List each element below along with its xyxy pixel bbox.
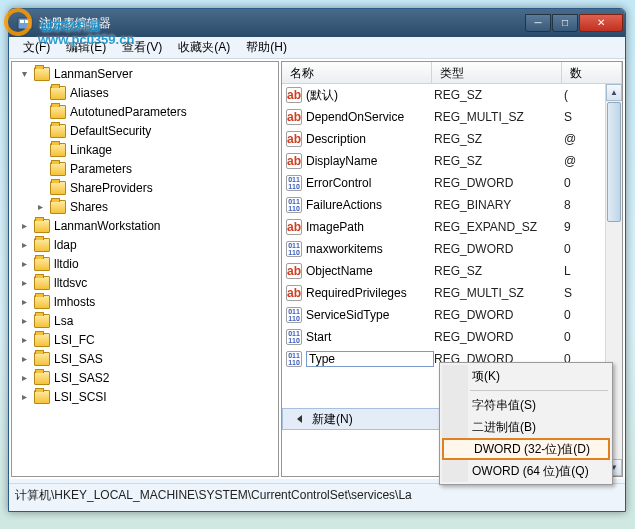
expand-icon[interactable]: ▾ bbox=[18, 68, 30, 79]
list-item[interactable]: 011110maxworkitemsREG_DWORD0 bbox=[282, 238, 622, 260]
folder-icon bbox=[34, 67, 50, 81]
value-name: DisplayName bbox=[306, 154, 434, 168]
tree-label: Shares bbox=[70, 200, 108, 214]
header-type[interactable]: 类型 bbox=[432, 62, 562, 83]
expand-icon[interactable]: ▸ bbox=[18, 277, 30, 288]
list-item[interactable]: ObjectNameREG_SZL bbox=[282, 260, 622, 282]
expand-icon[interactable]: ▸ bbox=[18, 391, 30, 402]
watermark-brand: 创东软料园 bbox=[40, 19, 100, 33]
list-item[interactable]: DisplayNameREG_SZ@ bbox=[282, 150, 622, 172]
value-type: REG_EXPAND_SZ bbox=[434, 220, 564, 234]
tree-node[interactable]: ▸LSI_SAS2 bbox=[12, 368, 278, 387]
value-name: ServiceSidType bbox=[306, 308, 434, 322]
submenu-dword[interactable]: DWORD (32-位)值(D) bbox=[442, 438, 610, 460]
watermark-logo-icon bbox=[4, 8, 32, 36]
tree-node[interactable]: Parameters bbox=[12, 159, 278, 178]
expand-icon[interactable]: ▸ bbox=[18, 334, 30, 345]
scroll-up-button[interactable]: ▲ bbox=[606, 84, 622, 101]
close-button[interactable]: ✕ bbox=[579, 14, 623, 32]
value-name: ImagePath bbox=[306, 220, 434, 234]
folder-icon bbox=[50, 124, 66, 138]
string-value-icon bbox=[286, 263, 302, 279]
tree-label: LSI_SAS2 bbox=[54, 371, 109, 385]
folder-icon bbox=[34, 238, 50, 252]
binary-value-icon: 011110 bbox=[286, 197, 302, 213]
scroll-thumb[interactable] bbox=[607, 102, 621, 222]
list-item[interactable]: 011110ErrorControlREG_DWORD0 bbox=[282, 172, 622, 194]
submenu-left-arrow-icon bbox=[297, 415, 302, 423]
list-item[interactable]: RequiredPrivilegesREG_MULTI_SZS bbox=[282, 282, 622, 304]
expand-icon[interactable]: ▸ bbox=[18, 258, 30, 269]
value-type: REG_MULTI_SZ bbox=[434, 286, 564, 300]
string-value-icon bbox=[286, 87, 302, 103]
folder-icon bbox=[50, 162, 66, 176]
expand-icon[interactable]: ▸ bbox=[34, 201, 46, 212]
tree-node[interactable]: ▸LSI_SAS bbox=[12, 349, 278, 368]
tree-node[interactable]: ▸LanmanWorkstation bbox=[12, 216, 278, 235]
value-type: REG_DWORD bbox=[434, 330, 564, 344]
expand-icon[interactable]: ▸ bbox=[18, 296, 30, 307]
list-item[interactable]: DescriptionREG_SZ@ bbox=[282, 128, 622, 150]
expand-icon[interactable]: ▸ bbox=[18, 239, 30, 250]
value-name: ObjectName bbox=[306, 264, 434, 278]
folder-icon bbox=[34, 390, 50, 404]
submenu-binary[interactable]: 二进制值(B) bbox=[442, 416, 610, 438]
tree-node[interactable]: ▸Lsa bbox=[12, 311, 278, 330]
list-item[interactable]: DependOnServiceREG_MULTI_SZS bbox=[282, 106, 622, 128]
tree-label: LSI_SAS bbox=[54, 352, 103, 366]
header-name[interactable]: 名称 bbox=[282, 62, 432, 83]
minimize-button[interactable]: ─ bbox=[525, 14, 551, 32]
tree-node[interactable]: Aliases bbox=[12, 83, 278, 102]
tree-node[interactable]: ▸LSI_FC bbox=[12, 330, 278, 349]
submenu-key[interactable]: 项(K) bbox=[442, 365, 610, 387]
tree-node[interactable]: ▾LanmanServer bbox=[12, 64, 278, 83]
status-bar: 计算机\HKEY_LOCAL_MACHINE\SYSTEM\CurrentCon… bbox=[9, 483, 625, 507]
menu-favorites[interactable]: 收藏夹(A) bbox=[170, 37, 238, 58]
binary-value-icon: 011110 bbox=[286, 175, 302, 191]
tree-node[interactable]: DefaultSecurity bbox=[12, 121, 278, 140]
tree-label: ldap bbox=[54, 238, 77, 252]
status-path: 计算机\HKEY_LOCAL_MACHINE\SYSTEM\CurrentCon… bbox=[15, 487, 412, 504]
tree-node[interactable]: ▸lltdio bbox=[12, 254, 278, 273]
value-name: FailureActions bbox=[306, 198, 434, 212]
tree-label: Linkage bbox=[70, 143, 112, 157]
list-item[interactable]: 011110ServiceSidTypeREG_DWORD0 bbox=[282, 304, 622, 326]
value-name: ErrorControl bbox=[306, 176, 434, 190]
tree-node[interactable]: ▸LSI_SCSI bbox=[12, 387, 278, 406]
string-value-icon bbox=[286, 153, 302, 169]
expand-icon[interactable]: ▸ bbox=[18, 353, 30, 364]
registry-tree[interactable]: ▾LanmanServerAliasesAutotunedParametersD… bbox=[11, 61, 279, 477]
expand-icon[interactable]: ▸ bbox=[18, 372, 30, 383]
new-submenu: 项(K) 字符串值(S) 二进制值(B) DWORD (32-位)值(D) OW… bbox=[439, 362, 613, 485]
tree-node[interactable]: Linkage bbox=[12, 140, 278, 159]
watermark-overlay: 创东软料园 www.pc0359.cn bbox=[4, 2, 134, 47]
submenu-qword[interactable]: OWORD (64 位)值(Q) bbox=[442, 460, 610, 482]
expand-icon[interactable]: ▸ bbox=[18, 315, 30, 326]
value-type: REG_SZ bbox=[434, 132, 564, 146]
menu-help[interactable]: 帮助(H) bbox=[238, 37, 295, 58]
tree-label: LanmanWorkstation bbox=[54, 219, 161, 233]
header-data[interactable]: 数 bbox=[562, 62, 622, 83]
list-item[interactable]: 011110StartREG_DWORD0 bbox=[282, 326, 622, 348]
expand-icon[interactable]: ▸ bbox=[18, 220, 30, 231]
string-value-icon bbox=[286, 131, 302, 147]
tree-node[interactable]: ▸Shares bbox=[12, 197, 278, 216]
tree-label: LSI_FC bbox=[54, 333, 95, 347]
maximize-button[interactable]: □ bbox=[552, 14, 578, 32]
tree-label: ShareProviders bbox=[70, 181, 153, 195]
submenu-string[interactable]: 字符串值(S) bbox=[442, 394, 610, 416]
tree-node[interactable]: ▸ldap bbox=[12, 235, 278, 254]
list-item[interactable]: (默认)REG_SZ( bbox=[282, 84, 622, 106]
list-item[interactable]: 011110FailureActionsREG_BINARY8 bbox=[282, 194, 622, 216]
list-item[interactable]: ImagePathREG_EXPAND_SZ9 bbox=[282, 216, 622, 238]
tree-node[interactable]: AutotunedParameters bbox=[12, 102, 278, 121]
value-type: REG_SZ bbox=[434, 88, 564, 102]
tree-label: DefaultSecurity bbox=[70, 124, 151, 138]
list-header: 名称 类型 数 bbox=[282, 62, 622, 84]
folder-icon bbox=[34, 333, 50, 347]
tree-node[interactable]: ShareProviders bbox=[12, 178, 278, 197]
value-name: maxworkitems bbox=[306, 242, 434, 256]
tree-node[interactable]: ▸lltdsvc bbox=[12, 273, 278, 292]
tree-label: lmhosts bbox=[54, 295, 95, 309]
tree-node[interactable]: ▸lmhosts bbox=[12, 292, 278, 311]
